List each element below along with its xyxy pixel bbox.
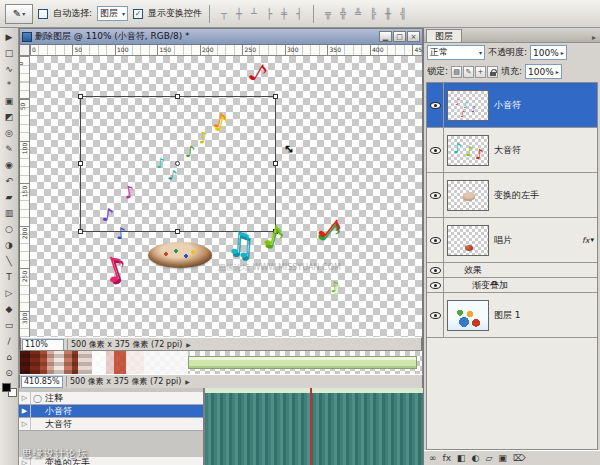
resize-cursor-icon: ↔ <box>281 140 298 157</box>
transform-handle-mid-left[interactable] <box>78 161 83 166</box>
new-group-icon[interactable]: ▱ <box>485 452 492 465</box>
gradient-tool-icon[interactable]: ▥ <box>1 205 18 221</box>
history-brush-tool-icon[interactable]: ↶ <box>1 173 18 189</box>
auto-select-checkbox[interactable] <box>38 9 48 19</box>
eyedropper-tool-icon[interactable]: ∕ <box>1 333 18 349</box>
visibility-toggle[interactable] <box>427 278 444 292</box>
visibility-toggle[interactable] <box>427 263 444 277</box>
lock-position-icon[interactable]: + <box>475 66 486 78</box>
timeline-marker[interactable] <box>310 388 312 465</box>
layer-mask-icon[interactable]: ◧ <box>457 452 466 465</box>
frame-row[interactable]: ▷大音符 <box>19 418 203 431</box>
clone-stamp-tool-icon[interactable]: ◉ <box>1 157 18 173</box>
lock-image-icon[interactable]: ✎ <box>463 66 474 78</box>
align-top-icon[interactable]: ┬ <box>217 7 231 21</box>
layer-row[interactable]: 图层 1 <box>427 293 597 338</box>
tool-preset-picker[interactable]: ✎ ▾ <box>5 4 33 24</box>
transform-handle-top-left[interactable] <box>78 94 83 99</box>
lock-all-icon[interactable] <box>487 66 498 78</box>
visibility-toggle[interactable] <box>427 293 444 337</box>
dodge-tool-icon[interactable]: ◑ <box>1 237 18 253</box>
foreground-color-swatch[interactable] <box>2 383 11 392</box>
opacity-field[interactable]: 100% ▸ <box>530 45 567 60</box>
effects-header-row[interactable]: 效果 <box>427 263 597 278</box>
adjustment-layer-icon[interactable]: ◐ <box>472 452 480 465</box>
align-vcenter-icon[interactable]: ┼ <box>232 7 246 21</box>
close-button[interactable]: × <box>407 31 420 42</box>
visibility-toggle[interactable] <box>427 83 444 127</box>
layer-row[interactable]: 小音符 <box>427 83 597 128</box>
lock-transparency-icon[interactable]: ▨ <box>451 66 462 78</box>
canvas[interactable]: 思缘论坛 WWW.MISSYUAN.COM ↔ <box>30 56 422 337</box>
type-tool-icon[interactable]: T <box>1 269 18 285</box>
transform-handle-bottom-mid[interactable] <box>175 229 180 234</box>
distribute-top-icon[interactable]: ╦ <box>321 7 335 21</box>
fill-field[interactable]: 100% ▸ <box>525 64 562 79</box>
effect-item-row[interactable]: 渐变叠加 <box>427 278 597 293</box>
transform-handle-top-mid[interactable] <box>175 94 180 99</box>
restore-button[interactable]: □ <box>393 31 406 42</box>
frame-row-label: 小音符 <box>44 405 72 418</box>
align-right-icon[interactable]: ┤ <box>292 7 306 21</box>
expand-triangle-icon[interactable]: ▷ <box>19 418 31 430</box>
layer-style-badge[interactable]: fx <box>581 236 591 245</box>
blend-mode-dropdown[interactable]: 正常 ▾ <box>427 45 485 60</box>
path-select-tool-icon[interactable]: ▷ <box>1 285 18 301</box>
layer-style-icon[interactable]: fx <box>443 452 452 465</box>
healing-brush-tool-icon[interactable]: ◎ <box>1 125 18 141</box>
distribute-vcenter-icon[interactable]: ╬ <box>336 7 350 21</box>
visibility-toggle[interactable] <box>427 218 444 262</box>
marquee-tool-icon[interactable]: □ <box>1 45 18 61</box>
transform-handle-mid-right[interactable] <box>273 161 278 166</box>
new-layer-icon[interactable]: ▣ <box>498 452 507 465</box>
show-transform-checkbox[interactable]: ✓ <box>133 9 143 19</box>
layer-row[interactable]: 变换的左手 <box>427 173 597 218</box>
notes-tool-icon[interactable]: ▭ <box>1 317 18 333</box>
minimize-button[interactable]: ▁ <box>379 31 392 42</box>
visibility-toggle[interactable] <box>427 128 444 172</box>
transform-handle-top-right[interactable] <box>273 94 278 99</box>
layer-row[interactable]: 唱片fx▾ <box>427 218 597 263</box>
hand-tool-icon[interactable]: ⌂ <box>1 349 18 365</box>
panel-menu-icon[interactable]: ▸ <box>590 33 598 42</box>
status-menu-arrow-icon[interactable]: ▶ <box>185 378 190 385</box>
align-left-icon[interactable]: ├ <box>262 7 276 21</box>
zoom-tool-icon[interactable]: ⊙ <box>1 365 18 381</box>
shape-tool-icon[interactable]: ◆ <box>1 301 18 317</box>
crop-tool-icon[interactable]: ▣ <box>1 93 18 109</box>
distribute-hcenter-icon[interactable]: ╫ <box>381 7 395 21</box>
frame-row[interactable]: ▶小音符 <box>19 405 203 418</box>
collapse-effects-icon[interactable]: ▾ <box>590 236 597 244</box>
panel-tab-bar: 图层 ▸ <box>424 28 600 43</box>
pen-tool-icon[interactable]: ╲ <box>1 253 18 269</box>
blur-tool-icon[interactable]: ○ <box>1 221 18 237</box>
layer-row[interactable]: 大音符 <box>427 128 597 173</box>
zoom-input[interactable]: 110% <box>22 339 64 351</box>
brush-tool-icon[interactable]: ✎ <box>1 141 18 157</box>
slice-tool-icon[interactable]: ◩ <box>1 109 18 125</box>
distribute-bottom-icon[interactable]: ╩ <box>351 7 365 21</box>
expand-triangle-icon[interactable]: ▶ <box>19 405 31 417</box>
align-hcenter-icon[interactable]: ╪ <box>277 7 291 21</box>
visibility-toggle[interactable] <box>427 173 444 217</box>
secondary-zoom-input[interactable]: 410.85% <box>21 376 63 388</box>
lasso-tool-icon[interactable]: ∿ <box>1 61 18 77</box>
expand-triangle-icon[interactable]: ▷ <box>19 392 31 404</box>
distribute-left-icon[interactable]: ╠ <box>366 7 380 21</box>
link-layers-icon[interactable]: ∞ <box>429 452 437 465</box>
move-tool-icon[interactable]: ▶ <box>1 29 18 45</box>
delete-layer-icon[interactable]: ⌦ <box>513 452 526 465</box>
color-swatches[interactable] <box>2 383 17 397</box>
document-titlebar[interactable]: 删除图层 @ 110% (小音符, RGB/8) * ▁□× <box>20 29 422 45</box>
transform-center-point[interactable] <box>175 161 180 166</box>
magic-wand-tool-icon[interactable]: * <box>1 77 18 93</box>
transform-handle-bottom-left[interactable] <box>78 229 83 234</box>
eraser-tool-icon[interactable]: ▰ <box>1 189 18 205</box>
status-menu-arrow-icon[interactable]: ▶ <box>186 341 191 348</box>
auto-select-target-dropdown[interactable]: 图层 ▾ <box>97 6 128 21</box>
tab-layers[interactable]: 图层 <box>426 29 462 42</box>
distribute-right-icon[interactable]: ╣ <box>396 7 410 21</box>
frame-row[interactable]: ▷◯注释 <box>19 392 203 405</box>
ruler-h-number: 450 <box>415 46 423 53</box>
align-bottom-icon[interactable]: ┴ <box>247 7 261 21</box>
